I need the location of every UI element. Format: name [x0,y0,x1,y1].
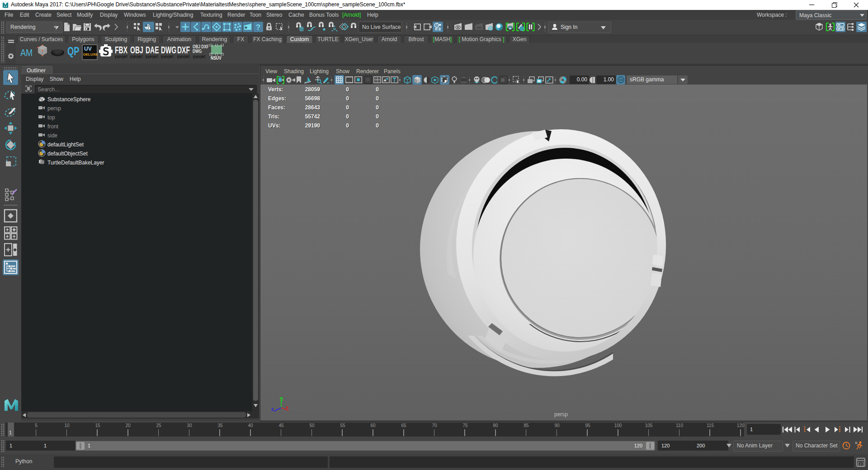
svg-text:y: y [280,397,283,402]
svg-text:z: z [271,406,274,412]
svg-text:IPR: IPR [476,26,481,29]
svg-text:x: x [286,404,289,410]
svg-text:ON: ON [619,79,623,81]
svg-text:{;}: {;} [857,462,864,466]
svg-text:?: ? [256,23,260,32]
